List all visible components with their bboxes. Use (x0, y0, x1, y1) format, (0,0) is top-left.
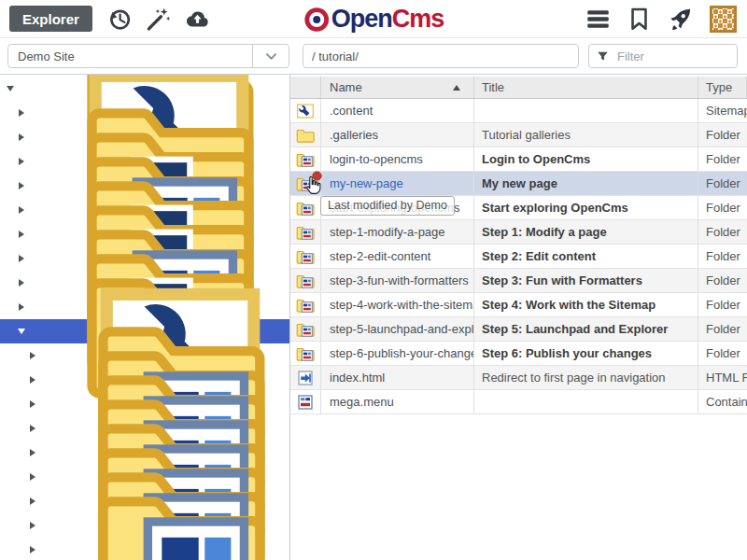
menu-icon[interactable] (585, 7, 611, 32)
header-type-label: Type (706, 80, 732, 94)
table-row[interactable]: step-5-launchpad-and-explorer Step 5: La… (290, 317, 747, 342)
row-type: Sitemap configuration (698, 99, 747, 122)
row-name: step-1-modify-a-page (321, 220, 474, 244)
expand-arrow-icon[interactable] (19, 231, 24, 238)
row-type: Folder (698, 342, 747, 365)
site-select[interactable]: Demo Site (7, 44, 289, 68)
row-name: step-4-work-with-the-sitemap (321, 293, 474, 316)
row-name: step-6-publish-your-changes (321, 342, 474, 365)
table-row[interactable]: mega.menu Container page (290, 390, 747, 414)
row-title (474, 99, 698, 122)
table-row[interactable]: step-6-publish-your-changes Step 6: Publ… (290, 342, 747, 366)
row-title: Step 3: Fun with Formatters (474, 269, 698, 292)
expand-arrow-icon[interactable] (19, 109, 24, 117)
row-title: Step 2: Edit content (474, 245, 698, 268)
container-page-icon (296, 395, 315, 410)
upload-icon[interactable] (185, 7, 210, 32)
expand-arrow-icon[interactable] (30, 449, 35, 456)
header-icon-column (290, 77, 321, 98)
row-type: Folder (698, 317, 747, 341)
quilt-grid-icon[interactable] (709, 5, 738, 34)
expand-arrow-icon[interactable] (30, 546, 35, 553)
opencms-logo-ring-icon (303, 6, 331, 33)
config-wrench-icon (296, 104, 315, 119)
row-title: Start exploring OpenCms (474, 196, 698, 219)
cursor-hand-icon (303, 175, 325, 197)
table-row[interactable]: .galleries Tutorial galleries Folder (290, 123, 747, 147)
wand-icon[interactable] (146, 7, 171, 32)
row-type: Folder (698, 220, 747, 244)
filter-input[interactable] (615, 49, 729, 64)
row-title: Step 5: Launchpad and Explorer (474, 317, 698, 341)
bookmark-icon[interactable] (627, 7, 652, 32)
expand-arrow-icon[interactable] (30, 425, 35, 432)
explorer-app-button[interactable]: Explorer (9, 6, 92, 32)
content-folder-icon (296, 249, 315, 264)
opencms-logo: OpenCms (303, 6, 444, 33)
expand-arrow-icon[interactable] (19, 158, 24, 165)
content-folder-icon (296, 152, 315, 167)
content-folder-icon (296, 225, 315, 240)
expand-arrow-icon[interactable] (19, 255, 24, 262)
expand-arrow-icon[interactable] (30, 497, 35, 505)
row-type: HTML Redirect (698, 366, 747, 389)
content-folder-icon (296, 346, 315, 361)
history-icon[interactable] (106, 7, 132, 32)
expand-arrow-icon[interactable] (30, 352, 35, 359)
tree-item-step-4[interactable]: step-4-work-with-the-sitemap (0, 538, 289, 560)
table-row[interactable]: step-2-edit-content Step 2: Edit content… (290, 245, 747, 269)
header-title-label: Title (482, 80, 504, 94)
row-name: .galleries (321, 123, 474, 147)
expand-arrow-icon[interactable] (19, 206, 24, 214)
table-row[interactable]: .content Sitemap configuration (290, 99, 747, 123)
row-type: Folder (698, 172, 747, 195)
table-row[interactable]: step-3-fun-with-formatters Step 3: Fun w… (290, 269, 747, 293)
header-title-column[interactable]: Title (474, 77, 698, 98)
table-row[interactable]: step-1-modify-a-page Step 1: Modify a pa… (290, 220, 747, 245)
expand-arrow-icon[interactable] (19, 133, 24, 141)
row-type: Folder (698, 293, 747, 316)
filter-field[interactable] (588, 44, 738, 68)
logo-text-open: Open (331, 5, 392, 33)
expand-arrow-icon[interactable] (30, 522, 35, 529)
expand-arrow-icon[interactable] (30, 473, 35, 481)
tooltip: Last modified by Demo (320, 196, 455, 216)
collapse-arrow-icon[interactable] (7, 86, 14, 91)
collapse-arrow-icon[interactable] (18, 329, 25, 334)
app-toolbar: Explorer OpenCms (0, 0, 747, 38)
row-type: Folder (698, 196, 747, 219)
table-row-selected[interactable]: my-new-page My new page Folder (290, 172, 747, 196)
site-select-value: Demo Site (8, 45, 252, 67)
expand-arrow-icon[interactable] (30, 400, 35, 408)
row-title: My new page (474, 172, 698, 195)
content-folder-icon (296, 273, 315, 288)
table-row[interactable]: step-4-work-with-the-sitemap Step 4: Wor… (290, 293, 747, 317)
expand-arrow-icon[interactable] (30, 376, 35, 384)
sort-ascending-icon (453, 85, 460, 91)
header-type-column[interactable]: Type (698, 77, 747, 98)
expand-arrow-icon[interactable] (19, 279, 24, 287)
row-name: step-5-launchpad-and-explorer (321, 317, 474, 341)
table-row[interactable]: login-to-opencms Login to OpenCms Folder (290, 147, 747, 172)
rocket-icon[interactable] (668, 7, 693, 32)
row-type: Container page (698, 390, 747, 413)
row-name: login-to-opencms (321, 147, 474, 171)
row-type: Folder (698, 245, 747, 268)
content-folder-icon (296, 322, 315, 337)
table-header: Name Title Type (290, 77, 747, 99)
file-table: Name Title Type .content Sitemap configu… (290, 75, 747, 560)
header-name-column[interactable]: Name (321, 77, 474, 98)
expand-arrow-icon[interactable] (19, 182, 24, 189)
path-input[interactable] (303, 44, 579, 68)
folder-icon (296, 128, 315, 143)
row-name: step-3-fun-with-formatters (321, 269, 474, 292)
row-type: Folder (698, 123, 747, 147)
chevron-down-icon[interactable] (252, 45, 289, 67)
logo-text-cms: Cms (392, 5, 444, 33)
row-title: Step 4: Work with the Sitemap (474, 293, 698, 316)
row-title: Step 6: Publish your changes (474, 342, 698, 365)
row-name: step-2-edit-content (321, 245, 474, 268)
table-row[interactable]: index.html Redirect to first page in nav… (290, 366, 747, 390)
content-folder-icon (40, 480, 290, 560)
expand-arrow-icon[interactable] (19, 303, 24, 311)
